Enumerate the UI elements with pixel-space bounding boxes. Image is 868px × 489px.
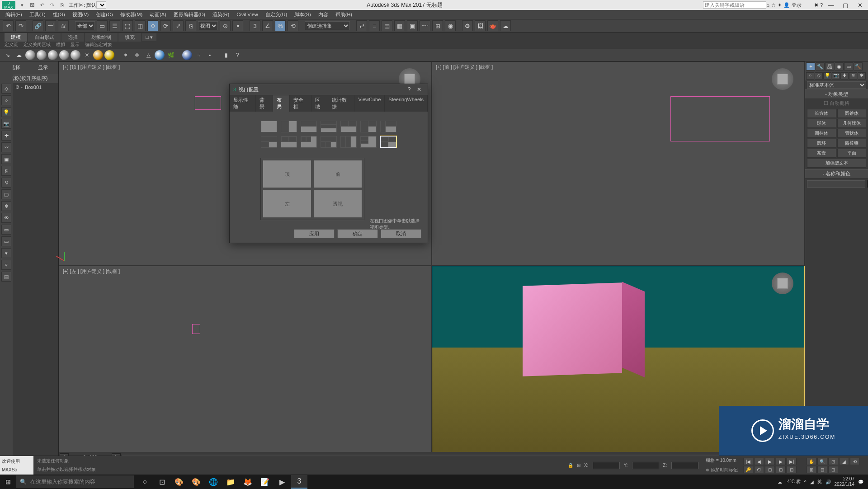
placement-icon[interactable]: ⎘ xyxy=(185,20,196,31)
se-filter-xref-icon[interactable]: ⎘ xyxy=(1,166,11,176)
welcome-label[interactable]: 欢迎使用 xyxy=(2,458,32,465)
zoom-icon[interactable]: 🔍 xyxy=(817,458,827,465)
layers-icon[interactable]: ▤ xyxy=(382,20,392,31)
layout-option[interactable] xyxy=(340,121,357,132)
ribbon-panel[interactable]: 定义关闭区域 xyxy=(24,42,51,49)
dialog-tab[interactable]: 统计数据 xyxy=(328,95,354,112)
rollout-header[interactable]: - 对象类型 xyxy=(805,89,868,99)
layout-option[interactable] xyxy=(340,136,357,148)
lock-icon[interactable]: 🔒 xyxy=(568,463,573,468)
dialog-close-button[interactable]: ✕ xyxy=(414,85,424,94)
material-editor-icon[interactable]: ◉ xyxy=(445,20,456,31)
x-input[interactable] xyxy=(593,462,620,469)
start-button[interactable]: ⊞ xyxy=(0,475,16,489)
schematic-icon[interactable]: ⊞ xyxy=(432,20,443,31)
ob-particles-icon[interactable]: ✶ xyxy=(121,50,131,60)
menu-animation[interactable]: 动画(A) xyxy=(147,10,169,19)
angle-snap-icon[interactable]: ∠ xyxy=(262,20,273,31)
menu-edit[interactable]: 编辑(E) xyxy=(3,10,25,19)
se-filter-frozen-icon[interactable]: ❄ xyxy=(1,201,11,211)
script-label[interactable]: MAXSc xyxy=(2,467,32,472)
workspace-dropdown[interactable] xyxy=(96,1,106,9)
maximize-button[interactable]: ▢ xyxy=(839,1,852,9)
ob-cloud-icon[interactable]: ☁ xyxy=(14,50,24,60)
nav-icon[interactable]: ⊡ xyxy=(776,466,786,473)
help-search-input[interactable] xyxy=(703,1,766,9)
menu-view[interactable]: 视图(V) xyxy=(70,10,92,19)
qat-project-icon[interactable]: ⎘ xyxy=(58,1,66,9)
qat-save-icon[interactable]: 🖫 xyxy=(28,1,36,9)
menu-grapheditor[interactable]: 图形编辑器(D) xyxy=(171,10,208,19)
layout-option[interactable] xyxy=(360,136,377,148)
ribbon-toggle-icon[interactable]: □ ▾ xyxy=(142,33,156,41)
unlink-icon[interactable]: ⮠ xyxy=(45,20,56,31)
se-tab-display[interactable]: 显示 xyxy=(34,63,52,72)
ob-sphere-icon[interactable] xyxy=(59,50,69,60)
ob-screen-icon[interactable]: ▪ xyxy=(205,50,215,60)
ribbon-panel[interactable]: 显示 xyxy=(71,42,80,49)
login-link[interactable]: 登录 xyxy=(792,2,802,9)
nav-icon[interactable]: ⊡ xyxy=(787,466,797,473)
orbit-icon[interactable]: ⟲ xyxy=(850,458,860,465)
preview-persp[interactable]: 透视 xyxy=(314,190,362,217)
menu-render[interactable]: 渲染(R) xyxy=(210,10,232,19)
qat-undo-icon[interactable]: ↶ xyxy=(38,1,46,9)
edge-icon[interactable]: 🌐 xyxy=(205,475,222,489)
y-input[interactable] xyxy=(632,462,659,469)
se-filter-warp-icon[interactable]: 〰 xyxy=(1,142,11,152)
ribbon-tab-selection[interactable]: 选择 xyxy=(61,33,84,42)
dialog-tab[interactable]: 安全框 xyxy=(290,95,311,112)
cortana-icon[interactable]: ⊡ xyxy=(154,475,170,489)
menu-content[interactable]: 内容 xyxy=(316,10,331,19)
layout-option[interactable] xyxy=(301,136,317,148)
ok-button[interactable]: 确定 xyxy=(337,229,378,238)
create-tube-button[interactable]: 管状体 xyxy=(837,129,867,138)
layout-option[interactable] xyxy=(360,121,377,132)
redo-icon[interactable]: ↷ xyxy=(15,20,26,31)
manipulate-icon[interactable]: ✦ xyxy=(232,20,243,31)
volume-icon[interactable]: 🔊 xyxy=(826,480,831,484)
nav-icon[interactable]: ⊡ xyxy=(828,466,838,473)
se-icon[interactable]: ▭ xyxy=(1,225,11,235)
clock[interactable]: 22:07 2022/1/14 xyxy=(835,476,855,487)
ob-multi-icon[interactable]: ⁖ xyxy=(193,50,203,60)
percent-snap-icon[interactable]: % xyxy=(275,20,286,31)
window-crossing-icon[interactable]: ◫ xyxy=(135,20,146,31)
layout-option[interactable] xyxy=(261,136,277,148)
se-icon[interactable]: ▿ xyxy=(1,260,11,270)
help-icon[interactable]: ? xyxy=(820,2,823,8)
star-icon[interactable]: ☆ xyxy=(771,2,776,8)
ribbon-tab-freeform[interactable]: 自由形式 xyxy=(28,33,61,42)
taskbar-search[interactable]: 🔍 在这里输入你要搜索的内容 xyxy=(16,475,134,488)
shape-icon[interactable]: ◇ xyxy=(815,72,823,80)
rollout-header[interactable]: - 名称和颜色 xyxy=(805,169,868,179)
menu-modifier[interactable]: 修改器(M) xyxy=(118,10,146,19)
ob-blue-icon[interactable] xyxy=(155,50,165,60)
curve-editor-icon[interactable]: 〰 xyxy=(420,20,430,31)
time-config-icon[interactable]: ⏱ xyxy=(754,466,764,473)
se-filter-group-icon[interactable]: ▣ xyxy=(1,154,11,164)
layout-option[interactable] xyxy=(281,121,297,132)
create-plane-button[interactable]: 平面 xyxy=(837,149,867,158)
menu-group[interactable]: 组(G) xyxy=(50,10,68,19)
exchange-icon[interactable]: ✦ xyxy=(778,2,782,8)
viewcube-icon[interactable] xyxy=(772,68,793,90)
object-box[interactable] xyxy=(523,282,622,376)
ribbon-panel[interactable]: 模拟 xyxy=(56,42,65,49)
utility-tab-icon[interactable]: 🔨 xyxy=(854,62,863,71)
nav-icon[interactable]: ⊡ xyxy=(817,466,827,473)
weather-icon[interactable]: ☁ xyxy=(778,480,782,484)
menu-civilview[interactable]: Civil View xyxy=(234,11,260,18)
app-icon[interactable]: 📝 xyxy=(257,475,273,489)
ribbon-panel[interactable]: 定义流 xyxy=(5,42,18,49)
light-icon[interactable]: 💡 xyxy=(823,72,831,80)
bind-icon[interactable]: ≋ xyxy=(58,20,69,31)
dialog-tab-layout[interactable]: 布局 xyxy=(273,95,290,112)
select-name-icon[interactable]: ☰ xyxy=(109,20,120,31)
ob-helper-icon[interactable]: △ xyxy=(143,50,153,60)
fov-icon[interactable]: ◢ xyxy=(839,458,849,465)
notifications-icon[interactable]: 💬 xyxy=(858,480,863,484)
ribbon-tab-modeling[interactable]: 建模 xyxy=(5,33,27,42)
taskview-icon[interactable]: ○ xyxy=(137,475,153,489)
play-icon[interactable]: ▶ xyxy=(765,458,775,465)
